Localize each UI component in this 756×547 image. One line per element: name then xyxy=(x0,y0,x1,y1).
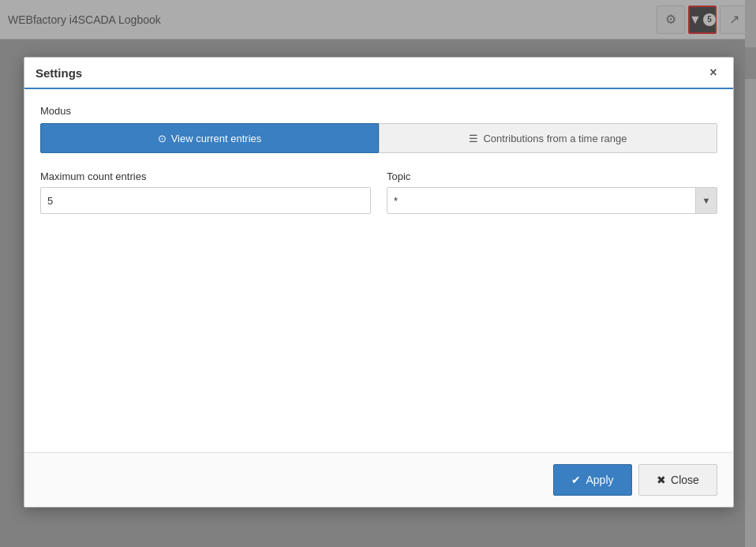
dialog-close-x-button[interactable]: × xyxy=(705,64,722,81)
max-entries-group: Maximum count entries xyxy=(40,170,371,214)
mode-current-label: View current entries xyxy=(171,133,262,144)
topic-label: Topic xyxy=(387,170,717,182)
mode-current-button[interactable]: ⊙ View current entries xyxy=(40,123,379,153)
apply-check-icon: ✔ xyxy=(571,474,581,486)
max-entries-input[interactable] xyxy=(40,187,371,214)
mode-timerange-button[interactable]: ☰ Contributions from a time range xyxy=(379,123,717,153)
dialog-header: Settings × xyxy=(24,58,733,89)
close-x-icon: ✖ xyxy=(657,474,666,486)
form-row: Maximum count entries Topic * All System… xyxy=(40,170,717,214)
close-button[interactable]: ✖ Close xyxy=(638,464,717,496)
page-wrapper: WEBfactory i4SCADA Logbook ⚙ ▼ 5 ↗ Setti… xyxy=(0,0,756,547)
apply-label: Apply xyxy=(586,474,613,486)
dialog-footer: ✔ Apply ✖ Close xyxy=(24,452,733,507)
mode-toggle: ⊙ View current entries ☰ Contributions f… xyxy=(40,123,717,153)
dialog-body: Modus ⊙ View current entries ☰ Contribut… xyxy=(24,89,733,452)
mode-timerange-icon: ☰ xyxy=(469,133,478,144)
settings-dialog: Settings × Modus ⊙ View current entries … xyxy=(24,57,734,508)
mode-current-icon: ⊙ xyxy=(158,133,167,144)
apply-button[interactable]: ✔ Apply xyxy=(553,464,632,496)
topic-select[interactable]: * All System User xyxy=(387,187,717,214)
topic-group: Topic * All System User ▼ xyxy=(387,170,717,214)
close-btn-label: Close xyxy=(671,474,699,486)
max-entries-label: Maximum count entries xyxy=(40,170,371,182)
modus-label: Modus xyxy=(40,105,717,117)
topic-select-wrapper: * All System User ▼ xyxy=(387,187,717,214)
mode-timerange-label: Contributions from a time range xyxy=(483,133,627,144)
dialog-title: Settings xyxy=(36,66,82,80)
